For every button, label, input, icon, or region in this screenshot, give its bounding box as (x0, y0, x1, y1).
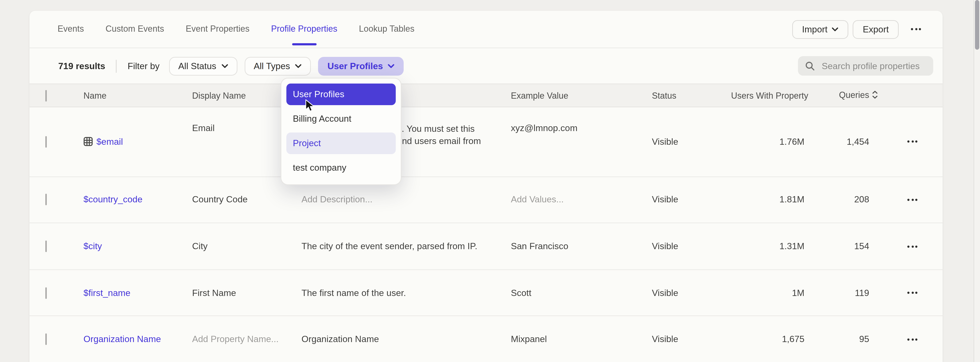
status-filter-label: All Status (178, 61, 216, 71)
example-value-cell[interactable]: xyz@lmnop.com (511, 107, 652, 133)
table-row: $country_code Country Code Add Descripti… (30, 177, 943, 223)
status-cell[interactable]: Visible (652, 241, 731, 251)
chevron-down-icon (221, 64, 228, 68)
chevron-down-icon (295, 64, 301, 68)
column-header-name[interactable]: Name (83, 91, 192, 100)
tab-lookup-tables[interactable]: Lookup Tables (359, 11, 414, 48)
display-name-cell[interactable]: First Name (192, 288, 301, 298)
search-icon (805, 61, 815, 70)
column-header-queries[interactable]: Queries (805, 90, 869, 101)
profile-type-filter-button[interactable]: User Profiles (318, 57, 404, 75)
filter-bar: 719 results Filter by All Status All Typ… (30, 48, 943, 83)
queries-cell: 95 (805, 334, 869, 344)
property-name-link[interactable]: $email (96, 137, 123, 147)
table-row: $city City The city of the event sender,… (30, 223, 943, 270)
type-filter-label: All Types (254, 61, 290, 71)
property-name-cell: $email (83, 137, 192, 147)
status-cell[interactable]: Visible (652, 195, 731, 205)
divider (116, 59, 117, 72)
import-label: Import (802, 24, 827, 34)
status-cell[interactable]: Visible (652, 288, 731, 298)
status-cell[interactable]: Visible (652, 137, 731, 147)
more-actions-icon[interactable] (907, 25, 925, 33)
row-actions-icon[interactable] (903, 196, 922, 204)
dropdown-item-project[interactable]: Project (286, 132, 396, 154)
filter-by-label: Filter by (127, 61, 159, 71)
property-name-link[interactable]: $first_name (83, 288, 130, 298)
row-checkbox[interactable] (45, 287, 47, 299)
users-with-property-cell: 1.31M (731, 241, 805, 251)
export-button[interactable]: Export (853, 20, 899, 39)
queries-cell: 154 (805, 241, 869, 251)
row-actions-icon[interactable] (903, 242, 922, 250)
display-name-cell[interactable]: Country Code (192, 195, 301, 205)
property-name-cell: $country_code (83, 195, 192, 205)
display-name-cell[interactable]: Add Property Name... (192, 334, 301, 344)
row-checkbox[interactable] (45, 241, 47, 252)
column-header-status[interactable]: Status (652, 91, 731, 100)
chevron-down-icon (832, 27, 838, 32)
page: Events Custom Events Event Properties Pr… (0, 0, 980, 362)
content-card: Events Custom Events Event Properties Pr… (30, 11, 943, 362)
property-name-link[interactable]: $country_code (83, 195, 142, 205)
import-button[interactable]: Import (792, 20, 848, 39)
tab-custom-events[interactable]: Custom Events (105, 11, 164, 48)
property-name-cell: $first_name (83, 288, 192, 298)
property-name-cell: $city (83, 241, 192, 251)
tab-profile-properties[interactable]: Profile Properties (271, 11, 337, 48)
status-filter-button[interactable]: All Status (169, 57, 237, 75)
type-filter-button[interactable]: All Types (244, 57, 311, 75)
row-actions-icon[interactable] (903, 335, 922, 343)
search-box (798, 56, 933, 76)
sort-icon (872, 91, 878, 101)
example-value-cell[interactable]: Add Values... (511, 195, 652, 205)
tab-events[interactable]: Events (57, 11, 84, 48)
queries-cell: 208 (805, 195, 869, 205)
users-with-property-cell: 1,675 (731, 334, 805, 344)
example-value-cell[interactable]: San Francisco (511, 241, 652, 251)
status-cell[interactable]: Visible (652, 334, 731, 344)
chevron-down-icon (388, 64, 395, 68)
description-cell[interactable]: The city of the event sender, parsed fro… (301, 241, 511, 251)
dropdown-item-billing-account[interactable]: Billing Account (286, 108, 396, 130)
select-all-checkbox[interactable] (45, 90, 47, 101)
users-with-property-cell: 1.76M (731, 137, 805, 147)
tabs: Events Custom Events Event Properties Pr… (57, 11, 414, 48)
property-name-link[interactable]: Organization Name (83, 334, 161, 344)
scrollbar[interactable] (974, 0, 980, 362)
table-grid-icon (83, 137, 93, 147)
scrollbar-thumb[interactable] (975, 0, 979, 50)
toolbar-actions: Import Export (792, 20, 925, 39)
column-header-users-with-property[interactable]: Users With Property (731, 91, 805, 100)
users-with-property-cell: 1.81M (731, 195, 805, 205)
export-label: Export (863, 24, 889, 34)
mouse-cursor-icon (305, 99, 316, 112)
users-with-property-cell: 1M (731, 288, 805, 298)
description-cell[interactable]: The first name of the user. (301, 288, 511, 298)
column-header-example-value[interactable]: Example Value (511, 91, 652, 100)
row-checkbox[interactable] (45, 194, 47, 206)
table-header: Name Display Name Example Value Status U… (30, 83, 943, 107)
property-name-cell: Organization Name (83, 334, 192, 344)
table-row: $first_name First Name The first name of… (30, 270, 943, 317)
dropdown-item-user-profiles[interactable]: User Profiles (286, 83, 396, 105)
description-cell[interactable]: Add Description... (301, 195, 511, 205)
row-actions-icon[interactable] (903, 289, 922, 297)
profile-type-dropdown: User Profiles Billing Account Project te… (281, 78, 401, 185)
table-row: Organization Name Add Property Name... O… (30, 316, 943, 362)
dropdown-item-test-company[interactable]: test company (286, 157, 396, 179)
tab-bar: Events Custom Events Event Properties Pr… (30, 11, 943, 48)
row-checkbox[interactable] (45, 334, 47, 345)
display-name-cell[interactable]: City (192, 241, 301, 251)
profile-type-filter-label: User Profiles (328, 61, 383, 71)
example-value-cell[interactable]: Scott (511, 288, 652, 298)
tab-event-properties[interactable]: Event Properties (186, 11, 250, 48)
property-name-link[interactable]: $city (83, 241, 102, 251)
row-checkbox[interactable] (45, 136, 47, 148)
queries-cell: 119 (805, 288, 869, 298)
description-cell[interactable]: Organization Name (301, 334, 511, 344)
results-count: 719 results (58, 61, 105, 71)
example-value-cell[interactable]: Mixpanel (511, 334, 652, 344)
row-actions-icon[interactable] (903, 138, 922, 146)
search-input[interactable] (820, 60, 926, 72)
